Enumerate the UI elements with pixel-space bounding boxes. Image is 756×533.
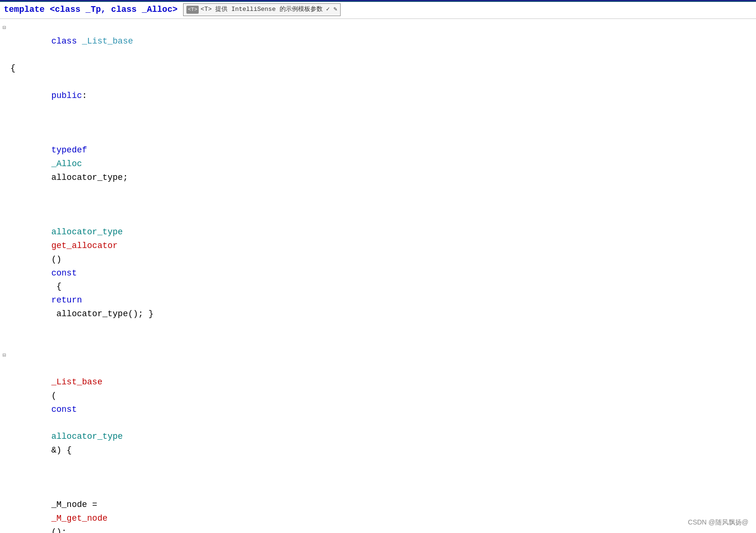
code-line-7-content: _List_base ( const allocator_type &) {: [9, 348, 756, 471]
get-node-func: _M_get_node: [51, 514, 107, 523]
kw-const: const: [51, 268, 77, 278]
get-alloc-func: get_allocator: [51, 241, 117, 250]
fold-icon-1[interactable]: ⊟: [0, 21, 9, 33]
kw-return: return: [51, 295, 82, 305]
fold-gutter-8: [0, 471, 9, 474]
blank: [9, 335, 756, 348]
ctor-space: [51, 418, 56, 428]
top-border: [0, 1, 756, 2]
code-line: _M_node = _M_get_node ();: [0, 471, 756, 533]
fold-gutter-3: [0, 75, 9, 78]
code-line-5-content: allocator_type get_allocator () const { …: [9, 198, 756, 335]
template-declaration: template <class _Tp, class _Alloc>: [4, 3, 177, 17]
code-line: typedef _Alloc allocator_type;: [0, 116, 756, 198]
code-line: allocator_type get_allocator () const { …: [0, 198, 756, 335]
fold-gutter-2: [0, 62, 9, 64]
code-line-1-content: class _List_base: [9, 21, 756, 62]
ctor-param-type: allocator_type: [51, 432, 123, 441]
func-body-2: allocator_type(); }: [51, 309, 153, 319]
alloc-type-name: allocator_type;: [51, 173, 128, 182]
alloc-type-ret: allocator_type: [51, 227, 128, 237]
code-line-8-content: _M_node = _M_get_node ();: [9, 471, 756, 533]
fold-gutter-5: [0, 198, 9, 201]
kw-const2: const: [51, 405, 77, 414]
get-node-end: ();: [51, 527, 66, 533]
code-line: {: [0, 62, 756, 75]
code-line: ⊟ _List_base ( const allocator_type &) {: [0, 348, 756, 471]
fold-icon-7[interactable]: ⊟: [0, 348, 9, 360]
code-editor: template <class _Tp, class _Alloc> <T> <…: [0, 0, 756, 533]
intellisense-hint[interactable]: <T> <T> 提供 IntelliSense 的示例模板参数 ✓ ✎: [183, 3, 341, 16]
code-line-4-content: typedef _Alloc allocator_type;: [9, 116, 756, 198]
ctor-name: _List_base: [51, 377, 102, 387]
code-line-blank: [0, 335, 756, 348]
kw-class: class: [51, 36, 82, 46]
intellisense-text: <T> 提供 IntelliSense 的示例模板参数 ✓ ✎: [201, 5, 337, 15]
code-line-3-content: public:: [9, 75, 756, 116]
fold-gutter-blank: [0, 335, 9, 338]
m-node: _M_node =: [51, 500, 102, 509]
type-alloc: _Alloc: [51, 159, 87, 169]
t-badge: <T>: [186, 6, 199, 14]
code-line: ⊟ class _List_base: [0, 21, 756, 62]
brace-open: {: [10, 63, 16, 73]
code-line-2-content: {: [9, 62, 756, 75]
class-name: _List_base: [82, 36, 133, 46]
ctor-paren: (: [51, 391, 56, 400]
colon: :: [82, 91, 87, 100]
watermark: CSDN @随风飘扬@: [688, 517, 748, 527]
fold-gutter-4: [0, 116, 9, 119]
code-line: public:: [0, 75, 756, 116]
intellisense-bar: template <class _Tp, class _Alloc> <T> <…: [0, 1, 756, 19]
code-body: ⊟ class _List_base { public: typedef _Al…: [0, 19, 756, 533]
kw-typedef: typedef: [51, 145, 92, 155]
func-body-1: {: [51, 282, 66, 291]
func-sig: (): [51, 255, 66, 264]
ctor-sig-end: &) {: [51, 445, 71, 455]
kw-public: public: [51, 91, 82, 100]
